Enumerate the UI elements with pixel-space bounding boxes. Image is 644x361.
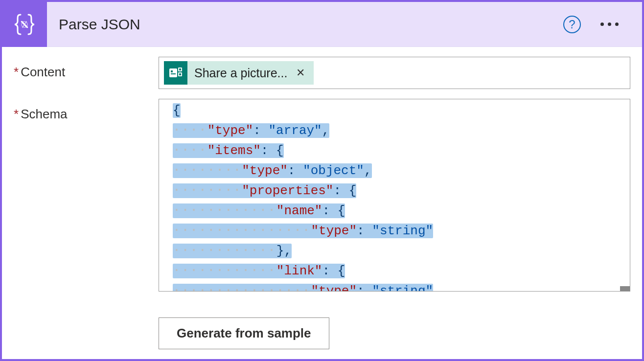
svg-rect-3 [171, 73, 176, 74]
resize-handle[interactable] [620, 286, 630, 291]
code-line: ····"type": "array", [173, 120, 622, 140]
schema-label: *Schema [14, 99, 159, 122]
code-line: ················"type": "string" [173, 281, 622, 292]
help-icon[interactable]: ? [563, 16, 581, 33]
code-line: ····"items": { [173, 140, 622, 160]
code-line: ············"name": { [173, 201, 622, 221]
token-label: Share a picture... [194, 66, 287, 80]
svg-rect-6 [179, 68, 181, 70]
dynamic-content-token[interactable]: Share a picture... ✕ [164, 61, 314, 85]
content-input-wrapper: Share a picture... ✕ [159, 57, 630, 89]
more-icon[interactable] [597, 19, 622, 30]
svg-rect-2 [171, 70, 173, 72]
generate-row: Generate from sample [159, 317, 630, 349]
card-body: *Content [2, 47, 642, 359]
schema-editor[interactable]: {····"type": "array",····"items": {·····… [159, 99, 630, 292]
forms-icon [164, 61, 187, 85]
svg-rect-1 [169, 68, 177, 77]
code-line: { [173, 101, 622, 120]
generate-from-sample-button[interactable]: Generate from sample [159, 317, 329, 349]
content-input[interactable]: Share a picture... ✕ [159, 57, 630, 89]
content-label: *Content [14, 57, 159, 80]
code-line: ········"type": "object", [173, 160, 622, 180]
code-line: ············"link": { [173, 261, 622, 281]
schema-field-row: *Schema {····"type": "array",····"items"… [14, 99, 630, 304]
schema-input-wrapper: {····"type": "array",····"items": {·····… [159, 99, 630, 292]
code-line: ················"type": "string" [173, 221, 622, 241]
code-line: ········"properties": { [173, 180, 622, 201]
parse-json-card: Parse JSON ? *Content [0, 0, 644, 361]
content-field-row: *Content [14, 57, 630, 89]
svg-rect-7 [179, 73, 181, 75]
close-icon[interactable]: ✕ [294, 67, 307, 79]
header-actions: ? [563, 16, 642, 33]
card-header[interactable]: Parse JSON ? [2, 2, 642, 47]
card-title: Parse JSON [59, 16, 563, 33]
code-line: ············}, [173, 241, 622, 261]
braces-icon [2, 2, 47, 47]
